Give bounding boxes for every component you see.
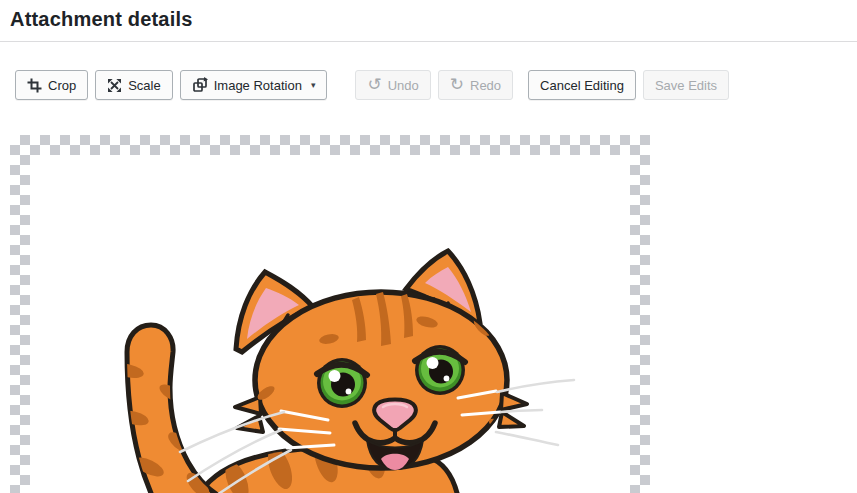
image-rotation-icon <box>192 77 208 93</box>
image-rotation-button-label: Image Rotation <box>214 78 302 93</box>
attachment-image <box>30 155 630 493</box>
cancel-editing-button[interactable]: Cancel Editing <box>528 70 636 100</box>
image-rotation-button[interactable]: Image Rotation ▾ <box>180 70 328 100</box>
scale-button-label: Scale <box>128 78 161 93</box>
page-header: Attachment details <box>0 0 857 42</box>
image-edit-toolbar: Crop Scale Ima <box>15 70 857 100</box>
page-title: Attachment details <box>10 8 847 31</box>
undo-icon: ↺ <box>367 76 381 93</box>
crop-button[interactable]: Crop <box>15 70 88 100</box>
redo-icon: ↻ <box>450 76 464 93</box>
attachment-details-page: Attachment details Crop <box>0 0 857 493</box>
redo-button[interactable]: ↻ Redo <box>438 70 513 100</box>
scale-icon <box>107 78 122 93</box>
undo-button-label: Undo <box>388 78 419 93</box>
cancel-editing-button-label: Cancel Editing <box>540 78 624 93</box>
save-edits-button-label: Save Edits <box>655 78 717 93</box>
crop-icon <box>27 78 42 93</box>
crop-button-label: Crop <box>48 78 76 93</box>
cat-illustration <box>30 155 630 493</box>
image-edit-canvas[interactable] <box>10 135 650 493</box>
redo-button-label: Redo <box>470 78 501 93</box>
scale-button[interactable]: Scale <box>95 70 173 100</box>
save-edits-button[interactable]: Save Edits <box>643 70 729 100</box>
chevron-down-icon: ▾ <box>311 80 316 90</box>
undo-button[interactable]: ↺ Undo <box>355 70 430 100</box>
